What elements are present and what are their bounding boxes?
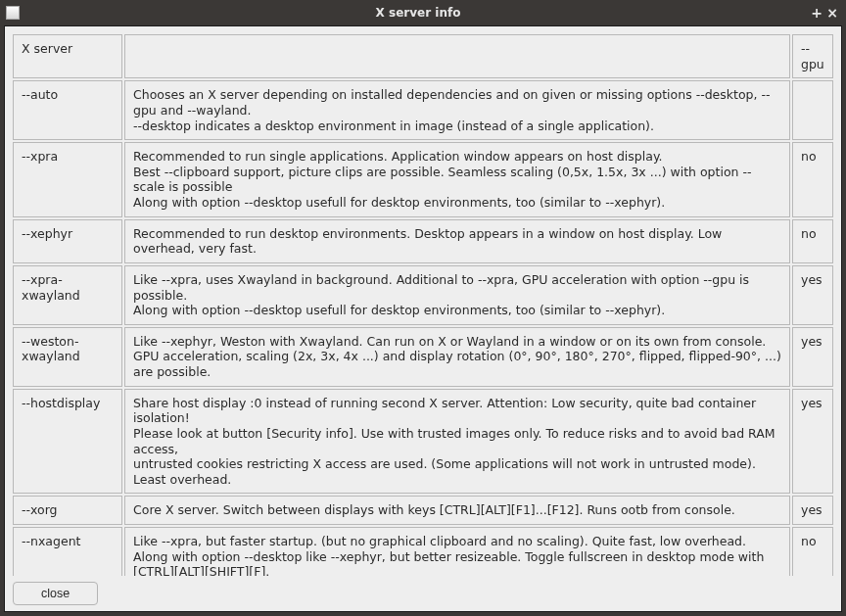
description-cell: Recommended to run single applications. … [124,142,790,217]
description-cell: Share host display :0 instead of running… [124,389,790,495]
table-header-row: X server --gpu [13,34,833,78]
close-icon[interactable]: × [824,5,840,21]
client-area: X server --gpu --autoChooses an X server… [4,25,842,612]
maximize-icon[interactable]: + [809,5,824,21]
description-cell: Like --xpra, uses Xwayland in background… [124,265,790,325]
table-row: --weston-xwaylandLike --xephyr, Weston w… [13,327,833,387]
footer: close [5,576,841,611]
option-cell: --auto [13,80,122,140]
table-row: --autoChooses an X server depending on i… [13,80,833,140]
table-row: --nxagentLike --xpra, but faster startup… [13,527,833,576]
col-header-option: X server [13,34,122,78]
gpu-cell: yes [792,327,833,387]
table-row: --xephyrRecommended to run desktop envir… [13,219,833,263]
col-header-desc [124,34,790,78]
gpu-cell: yes [792,265,833,325]
description-cell: Core X server. Switch between displays w… [124,496,790,525]
gpu-cell: no [792,219,833,263]
gpu-cell: yes [792,389,833,495]
description-cell: Like --xpra, but faster startup. (but no… [124,527,790,576]
option-cell: --xorg [13,496,122,525]
window-title: X server info [27,6,809,20]
option-cell: --hostdisplay [13,389,122,495]
table-row: --xpraRecommended to run single applicat… [13,142,833,217]
table-row: --xorgCore X server. Switch between disp… [13,496,833,525]
option-cell: --weston-xwayland [13,327,122,387]
option-cell: --xephyr [13,219,122,263]
description-cell: Like --xephyr, Weston with Xwayland. Can… [124,327,790,387]
gpu-cell: no [792,527,833,576]
gpu-cell [792,80,833,140]
gpu-cell: no [792,142,833,217]
option-cell: --xpra [13,142,122,217]
table-row: --xpra-xwaylandLike --xpra, uses Xwaylan… [13,265,833,325]
option-cell: --nxagent [13,527,122,576]
titlebar: X server info + × [0,0,846,25]
option-cell: --xpra-xwayland [13,265,122,325]
app-icon [6,6,20,20]
table-scroll: X server --gpu --autoChooses an X server… [5,26,841,576]
close-button[interactable]: close [13,582,98,605]
xserver-table: X server --gpu --autoChooses an X server… [11,32,835,576]
table-row: --hostdisplayShare host display :0 inste… [13,389,833,495]
col-header-gpu: --gpu [792,34,833,78]
gpu-cell: yes [792,496,833,525]
description-cell: Recommended to run desktop environments.… [124,219,790,263]
description-cell: Chooses an X server depending on install… [124,80,790,140]
